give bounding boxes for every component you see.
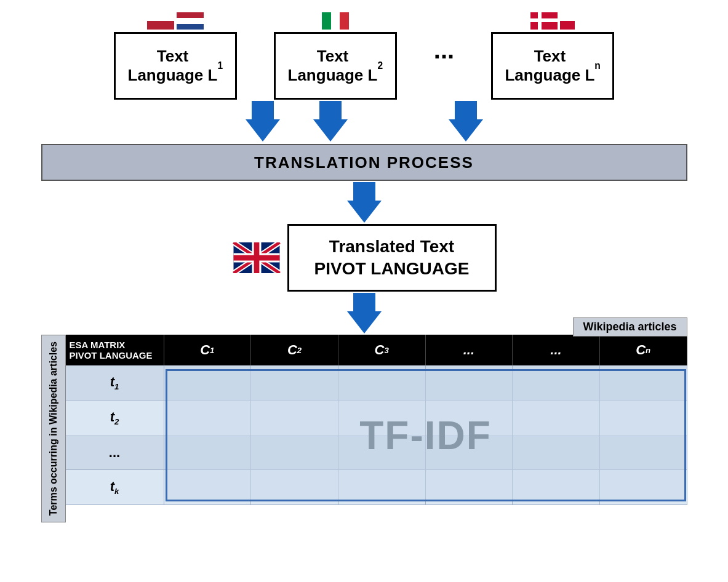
flag-dk [530,12,558,30]
matrix-col-cn: Cn [600,335,687,365]
text-language-box-l2: TextLanguage L2 [274,32,397,100]
arrow-l2 [315,101,346,142]
matrix-col-c2: C2 [251,335,338,365]
flag-area-ln [530,12,575,30]
flag-nl-red-top [147,21,174,30]
dots-separator: ... [434,36,454,64]
arrow-to-pivot [349,182,380,223]
lang-box-ln: TextLanguage Ln [491,12,614,100]
arrow-head-l1 [246,119,280,142]
flag-nl-blue [177,24,204,30]
lang-box-l1: TextLanguage L1 [114,12,237,100]
matrix-header-label: ESA MATRIX PIVOT LANGUAGE [66,335,164,365]
arrow-shaft-pivot [353,182,375,201]
flag-it-green [322,12,331,30]
text-language-box-ln: TextLanguage Ln [491,32,614,100]
arrows-to-translation [12,101,716,142]
flag-nl [177,12,204,30]
tfidf-label: TF-IDF [359,413,492,458]
top-row: TextLanguage L1 TextLanguage L2 ... [12,12,716,100]
arrow-l1 [247,101,278,142]
matrix-section: Wikipedia articles Terms occurring in Wi… [41,335,687,522]
matrix-header: ESA MATRIX PIVOT LANGUAGE C1 C2 C3 ... .… [66,335,687,365]
text-language-box-l1: TextLanguage L1 [114,32,237,100]
arrow-dots-spacer [383,101,414,142]
arrow-head-pivot [347,201,382,223]
arrow-shaft-l2 [319,101,342,119]
matrix-data-area: t1 t2 ... [66,365,687,505]
flag-area-l2 [322,12,349,30]
tfidf-overlay: TF-IDF [166,369,686,501]
pivot-line2: PIVOT LANGUAGE [314,258,469,280]
uk-flag [232,242,281,273]
flag-it [322,12,349,30]
arrow-head-ln [449,119,483,142]
matrix-col-c1: C1 [164,335,252,365]
matrix-col-dots2: ... [513,335,600,365]
arrow-matrix [349,293,380,333]
diagram-container: TextLanguage L1 TextLanguage L2 ... [0,0,728,582]
arrow-head-l2 [313,119,348,142]
arrow-pivot [349,182,380,223]
translated-text-pivot-box: Translated Text PIVOT LANGUAGE [287,224,497,292]
row-label-t2: t2 [66,401,164,435]
row-label-t1: t1 [66,365,164,400]
matrix-left-label: Terms occurring in Wikipedia articles [41,335,66,522]
matrix-label-line1: ESA MATRIX [70,340,160,350]
flag-it-white [331,12,340,30]
arrow-ln [450,101,481,142]
arrow-shaft-l1 [252,101,274,119]
pivot-line1: Translated Text [329,236,454,258]
translation-process-bar: TRANSLATION PROCESS [41,144,687,181]
row-label-dots: ... [66,436,164,469]
flag-area-l1 [147,12,204,30]
matrix-col-c3: C3 [338,335,426,365]
flag-nl-red [177,12,204,18]
matrix-col-dots1: ... [426,335,513,365]
flag-dk-extra [560,21,575,30]
row-label-tk: tk [66,470,164,504]
pivot-row: Translated Text PIVOT LANGUAGE [232,224,497,292]
arrow-to-matrix [349,293,380,333]
arrow-shaft-ln [455,101,477,119]
wikipedia-label: Wikipedia articles [573,317,687,337]
matrix-body: ESA MATRIX PIVOT LANGUAGE C1 C2 C3 ... .… [66,335,687,522]
flag-it-red [340,12,349,30]
arrow-shaft-matrix [353,293,375,311]
flag-nl-white [177,18,204,23]
arrow-head-matrix [347,311,382,333]
matrix-label-line2: PIVOT LANGUAGE [70,350,160,361]
lang-box-l2: TextLanguage L2 [274,12,397,100]
